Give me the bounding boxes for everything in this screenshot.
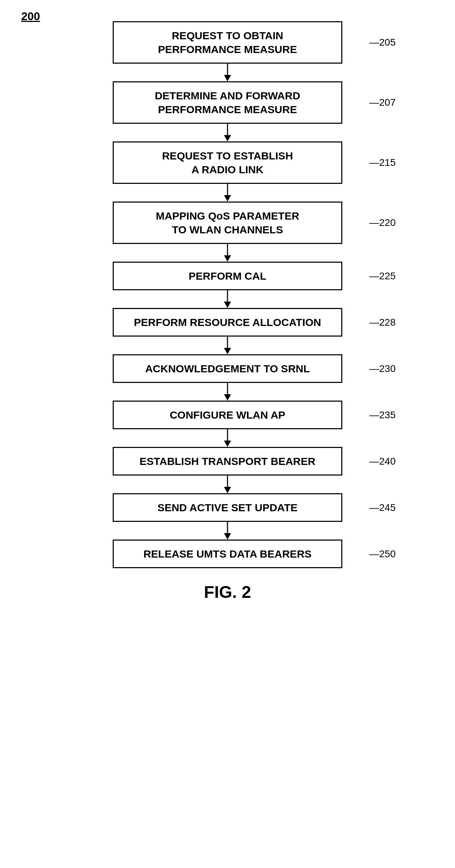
label-235: —235 [369, 409, 396, 421]
flow-step: ACKNOWLEDGEMENT TO SRNL —230 [0, 354, 455, 383]
flow-step: REQUEST TO OBTAINPERFORMANCE MEASURE —20… [0, 21, 455, 64]
svg-marker-19 [224, 533, 231, 540]
svg-marker-7 [224, 255, 231, 262]
arrow-10 [0, 522, 455, 540]
label-207: —207 [369, 97, 396, 108]
arrow-5 [0, 290, 455, 308]
svg-marker-1 [224, 75, 231, 81]
flow-step: MAPPING QoS PARAMETERTO WLAN CHANNELS —2… [0, 202, 455, 244]
flow-step: RELEASE UMTS DATA BEARERS —250 [0, 540, 455, 568]
flow-step: DETERMINE AND FORWARDPERFORMANCE MEASURE… [0, 81, 455, 124]
box-215: REQUEST TO ESTABLISHA RADIO LINK [113, 141, 342, 184]
box-245: SEND ACTIVE SET UPDATE [113, 493, 342, 522]
box-205: REQUEST TO OBTAINPERFORMANCE MEASURE [113, 21, 342, 64]
arrow-7 [0, 383, 455, 401]
flow-step: PERFORM RESOURCE ALLOCATION —228 [0, 308, 455, 337]
label-228: —228 [369, 317, 396, 328]
svg-marker-17 [224, 487, 231, 493]
box-250: RELEASE UMTS DATA BEARERS [113, 540, 342, 568]
box-225: PERFORM CAL [113, 262, 342, 290]
label-205: —205 [369, 37, 396, 48]
flowchart: REQUEST TO OBTAINPERFORMANCE MEASURE —20… [0, 21, 455, 568]
arrow-4 [0, 244, 455, 262]
arrow-2 [0, 124, 455, 141]
flow-step: CONFIGURE WLAN AP —235 [0, 401, 455, 429]
diagram-container: 200 REQUEST TO OBTAINPERFORMANCE MEASURE… [0, 0, 455, 868]
label-240: —240 [369, 456, 396, 467]
label-225: —225 [369, 270, 396, 282]
box-235: CONFIGURE WLAN AP [113, 401, 342, 429]
arrow-6 [0, 337, 455, 354]
svg-marker-11 [224, 348, 231, 354]
arrow-1 [0, 64, 455, 81]
flow-step: REQUEST TO ESTABLISHA RADIO LINK —215 [0, 141, 455, 184]
fig-label: FIG. 2 [204, 582, 251, 602]
box-240: ESTABLISH TRANSPORT BEARER [113, 447, 342, 476]
label-230: —230 [369, 363, 396, 374]
flow-step: PERFORM CAL —225 [0, 262, 455, 290]
svg-marker-5 [224, 195, 231, 202]
label-245: —245 [369, 502, 396, 513]
svg-marker-3 [224, 135, 231, 141]
box-220: MAPPING QoS PARAMETERTO WLAN CHANNELS [113, 202, 342, 244]
svg-marker-9 [224, 302, 231, 308]
flow-step: ESTABLISH TRANSPORT BEARER —240 [0, 447, 455, 476]
svg-marker-13 [224, 394, 231, 401]
label-250: —250 [369, 548, 396, 560]
flow-step: SEND ACTIVE SET UPDATE —245 [0, 493, 455, 522]
arrow-9 [0, 476, 455, 493]
arrow-8 [0, 429, 455, 447]
label-215: —215 [369, 157, 396, 168]
arrow-3 [0, 184, 455, 202]
box-228: PERFORM RESOURCE ALLOCATION [113, 308, 342, 337]
label-220: —220 [369, 217, 396, 228]
svg-marker-15 [224, 441, 231, 447]
box-207: DETERMINE AND FORWARDPERFORMANCE MEASURE [113, 81, 342, 124]
box-230: ACKNOWLEDGEMENT TO SRNL [113, 354, 342, 383]
